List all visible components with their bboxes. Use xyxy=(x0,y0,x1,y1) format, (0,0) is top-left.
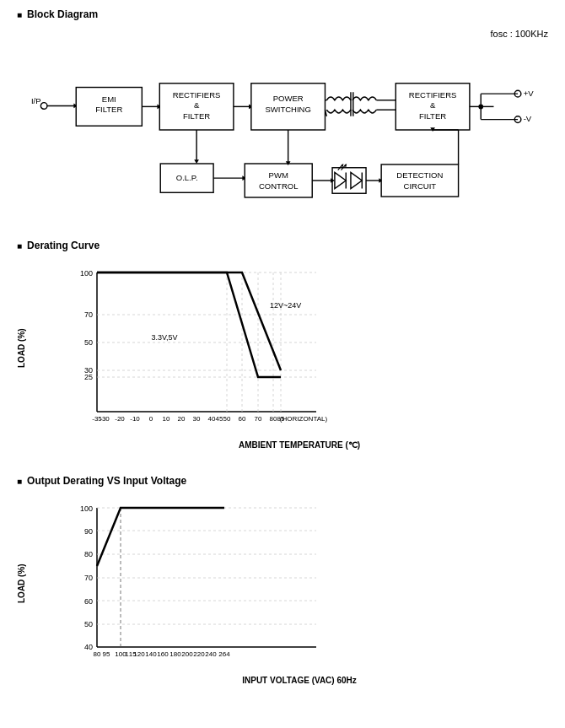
svg-text:200: 200 xyxy=(181,650,193,658)
svg-text:50: 50 xyxy=(223,415,231,423)
svg-text:90: 90 xyxy=(84,527,93,536)
svg-text:220: 220 xyxy=(193,650,205,658)
svg-text:CIRCUIT: CIRCUIT xyxy=(404,181,437,191)
derating-xlabel: AMBIENT TEMPERATURE (℃) xyxy=(51,440,548,450)
svg-marker-56 xyxy=(344,164,347,168)
svg-text:RECTIFIERS: RECTIFIERS xyxy=(173,90,221,100)
svg-text:PWM: PWM xyxy=(269,170,288,180)
svg-text:SWITCHING: SWITCHING xyxy=(265,105,310,114)
svg-text:3.3V,5V: 3.3V,5V xyxy=(151,333,177,342)
derating-chart: 100 70 50 30 25 -35 xyxy=(63,260,333,437)
derating-ylabel: LOAD (%) xyxy=(17,260,26,437)
svg-marker-54 xyxy=(342,164,344,168)
svg-text:40: 40 xyxy=(84,643,93,651)
svg-text:20: 20 xyxy=(178,415,186,423)
svg-text:EMI: EMI xyxy=(102,94,116,104)
svg-text:100: 100 xyxy=(80,269,93,278)
output-derating-title: Output Derating VS Input Voltage xyxy=(17,475,548,487)
svg-text:I/P: I/P xyxy=(31,96,41,105)
svg-line-55 xyxy=(342,164,347,170)
svg-point-34 xyxy=(514,90,521,97)
svg-text:POWER: POWER xyxy=(273,94,304,103)
svg-text:70: 70 xyxy=(84,574,93,582)
svg-text:-30: -30 xyxy=(100,415,110,423)
svg-text:70: 70 xyxy=(84,310,93,319)
svg-rect-9 xyxy=(159,84,234,130)
svg-text:100: 100 xyxy=(80,504,93,513)
svg-rect-4 xyxy=(76,88,142,127)
svg-point-38 xyxy=(514,116,521,123)
svg-rect-42 xyxy=(160,164,213,192)
svg-text:+V: +V xyxy=(524,89,535,98)
svg-text:FILTER: FILTER xyxy=(419,111,446,121)
output-ylabel: LOAD (%) xyxy=(17,495,26,672)
block-diagram-title: Block Diagram xyxy=(17,8,548,20)
svg-marker-68 xyxy=(430,127,435,132)
svg-text:12V~24V: 12V~24V xyxy=(270,301,301,310)
svg-marker-3 xyxy=(73,104,78,109)
svg-text:30: 30 xyxy=(193,415,201,423)
svg-text:120: 120 xyxy=(133,650,145,658)
fosc-label: fosc : 100KHz xyxy=(17,29,548,39)
svg-rect-59 xyxy=(332,168,366,193)
svg-text:160: 160 xyxy=(157,650,169,658)
output-derating-section: Output Derating VS Input Voltage LOAD (%… xyxy=(17,475,548,685)
svg-rect-62 xyxy=(381,164,458,197)
svg-point-31 xyxy=(478,105,483,110)
svg-text:-20: -20 xyxy=(115,415,125,423)
svg-text:&: & xyxy=(430,100,436,110)
svg-marker-57 xyxy=(351,172,362,188)
svg-text:80: 80 xyxy=(84,550,93,558)
svg-text:60: 60 xyxy=(84,597,93,606)
derating-curve-title: Derating Curve xyxy=(17,240,548,251)
svg-text:50: 50 xyxy=(84,338,93,347)
svg-text:25: 25 xyxy=(84,373,93,381)
svg-line-21 xyxy=(325,110,326,116)
svg-line-53 xyxy=(338,164,343,170)
svg-text:10: 10 xyxy=(163,415,170,423)
svg-marker-14 xyxy=(249,105,253,110)
svg-marker-41 xyxy=(194,159,199,164)
svg-text:0: 0 xyxy=(149,415,153,423)
svg-text:CONTROL: CONTROL xyxy=(259,181,299,191)
svg-rect-26 xyxy=(396,84,470,130)
derating-curve-section: Derating Curve LOAD (%) xyxy=(17,240,548,450)
svg-text:-10: -10 xyxy=(130,415,140,423)
svg-text:180: 180 xyxy=(170,650,181,658)
svg-text:70: 70 xyxy=(255,415,262,423)
output-xlabel: INPUT VOLTAGE (VAC) 60Hz xyxy=(51,676,548,685)
block-diagram-section: Block Diagram fosc : 100KHz I/P EMI FILT… xyxy=(17,8,548,214)
output-derating-chart: 100 90 80 70 60 50 40 80 95 100 115 120 … xyxy=(63,495,333,672)
svg-marker-8 xyxy=(157,105,161,110)
svg-marker-51 xyxy=(335,172,346,188)
svg-text:O.L.P.: O.L.P. xyxy=(176,173,198,182)
svg-text:95: 95 xyxy=(103,650,110,658)
svg-text:140: 140 xyxy=(145,650,157,658)
svg-text:50: 50 xyxy=(84,620,93,628)
svg-text:RECTIFIERS: RECTIFIERS xyxy=(409,90,457,100)
svg-text:FILTER: FILTER xyxy=(95,105,122,114)
svg-rect-15 xyxy=(251,84,326,130)
svg-marker-61 xyxy=(379,178,383,183)
svg-text:&: & xyxy=(194,100,200,110)
svg-point-0 xyxy=(40,103,47,110)
svg-text:60: 60 xyxy=(239,415,246,423)
svg-marker-70 xyxy=(286,161,291,165)
svg-text:FILTER: FILTER xyxy=(183,111,210,121)
svg-text:(HORIZONTAL): (HORIZONTAL) xyxy=(280,415,328,423)
svg-text:80: 80 xyxy=(94,650,101,658)
svg-text:-V: -V xyxy=(524,114,532,123)
block-diagram: I/P EMI FILTER RECTIFIERS & FILTER POWER… xyxy=(21,46,544,214)
svg-text:DETECTION: DETECTION xyxy=(396,170,443,180)
svg-text:240: 240 xyxy=(205,650,217,658)
svg-rect-46 xyxy=(245,164,312,197)
svg-marker-50 xyxy=(331,178,335,183)
svg-marker-45 xyxy=(242,175,246,181)
svg-text:264: 264 xyxy=(218,650,230,658)
